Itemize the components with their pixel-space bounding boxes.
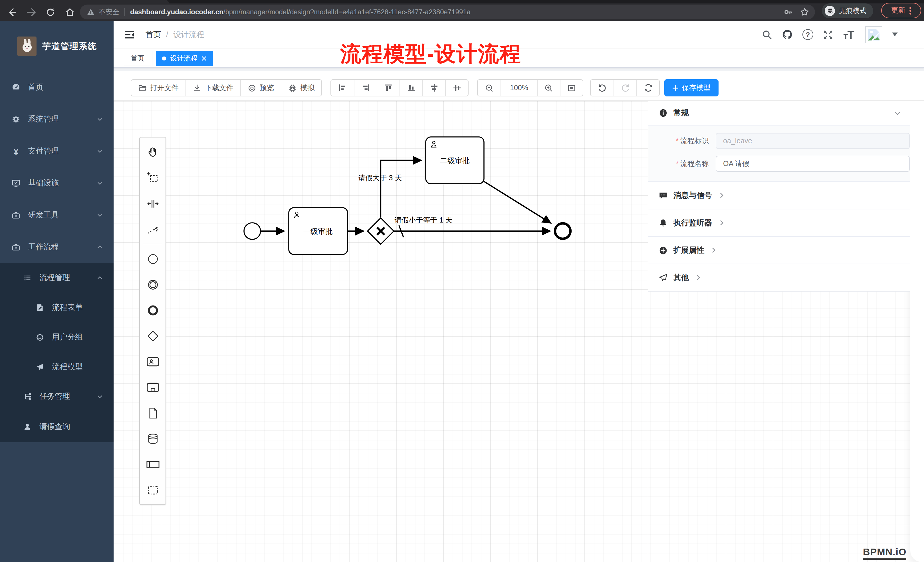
sidebar-collapse-icon[interactable] <box>124 29 135 40</box>
browser-menu-icon[interactable] <box>909 7 911 15</box>
section-general[interactable]: 常规 <box>648 101 910 125</box>
browser-window: 不安全 dashboard.yudao.iocoder.cn/bpm/manag… <box>0 0 924 562</box>
info-icon <box>658 108 668 117</box>
home-icon[interactable] <box>64 7 75 18</box>
tab-close-icon[interactable] <box>201 56 207 61</box>
chevron-down-icon[interactable] <box>894 109 901 117</box>
github-icon[interactable] <box>782 29 793 40</box>
breadcrumb-home[interactable]: 首页 <box>146 29 161 40</box>
sidebar-item-label: 工作流程 <box>28 242 59 252</box>
align-center-vertical-button[interactable] <box>445 80 468 96</box>
security-label[interactable]: 不安全 <box>99 7 119 17</box>
align-top-icon <box>384 84 392 92</box>
sidebar-item-label: 流程管理 <box>39 273 70 283</box>
zoom-out-button[interactable] <box>478 80 501 96</box>
zoom-reset-button[interactable] <box>560 80 583 96</box>
chevron-down-icon <box>96 116 103 123</box>
align-center-v-icon <box>453 84 461 92</box>
search-icon[interactable] <box>762 29 772 40</box>
not-secure-icon <box>87 8 95 16</box>
bpmn-io-watermark[interactable]: BPMN.iO <box>863 547 906 560</box>
open-file-button[interactable]: 打开文件 <box>131 80 186 96</box>
monitor-icon <box>11 178 21 188</box>
sidebar-item-task-mgmt[interactable]: 任务管理 <box>0 382 114 411</box>
flow-gateway-to-task2[interactable] <box>381 160 421 217</box>
browser-active-tab[interactable] <box>0 0 169 3</box>
url-bar[interactable]: 不安全 dashboard.yudao.iocoder.cn/bpm/manag… <box>80 4 815 19</box>
align-left-button[interactable] <box>331 80 354 96</box>
tab-design-process[interactable]: 设计流程 <box>156 51 213 66</box>
save-model-button[interactable]: 保存模型 <box>664 79 718 96</box>
avatar[interactable] <box>865 26 882 43</box>
fullscreen-icon[interactable] <box>823 29 833 40</box>
exclusive-gateway[interactable] <box>368 218 394 244</box>
sidebar-item-process-form[interactable]: 流程表单 <box>0 293 114 322</box>
sidebar-item-devtools[interactable]: 研发工具 <box>0 199 114 231</box>
sidebar-item-process-model[interactable]: 流程模型 <box>0 352 114 382</box>
forward-icon[interactable] <box>25 7 36 18</box>
task-second-approval[interactable]: 二级审批 <box>426 137 484 184</box>
zoom-in-button[interactable] <box>537 80 560 96</box>
align-right-icon <box>362 84 369 92</box>
undo-button[interactable] <box>591 80 614 96</box>
flow-tree-icon <box>23 392 32 401</box>
end-event[interactable] <box>555 223 570 239</box>
sidebar-item-label: 基础设施 <box>28 178 59 188</box>
section-execution-listener[interactable]: 执行监听器 <box>648 209 910 236</box>
browser-update-button[interactable]: 更新 <box>881 3 921 18</box>
bpmn-canvas[interactable]: 一级审批 二级审批 <box>114 100 924 562</box>
sidebar-item-label: 请假查询 <box>39 422 70 432</box>
refresh-button[interactable] <box>636 80 659 96</box>
section-message-signal[interactable]: 消息与信号 <box>648 181 910 209</box>
toolbox-icon <box>11 211 21 220</box>
preview-button[interactable]: 预览 <box>240 80 281 96</box>
password-key-icon[interactable] <box>784 7 793 16</box>
chip-icon <box>288 84 297 92</box>
incognito-label: 无痕模式 <box>839 6 866 16</box>
help-icon[interactable]: ? <box>802 29 813 40</box>
sidebar-item-leave-query[interactable]: 请假查询 <box>0 411 114 442</box>
chevron-down-icon <box>96 148 103 154</box>
align-bottom-button[interactable] <box>399 80 422 96</box>
section-title: 扩展属性 <box>674 245 704 255</box>
sidebar-item-payment[interactable]: ¥ 支付管理 <box>0 135 114 167</box>
flow-label-gt3[interactable]: 请假大于 3 天 <box>358 174 402 182</box>
properties-panel: 常规 *流程标识 *流程名称 <box>648 101 910 292</box>
sidebar-item-system[interactable]: 系统管理 <box>0 103 114 135</box>
folder-open-icon <box>138 84 147 92</box>
avatar-caret-icon[interactable] <box>892 33 898 36</box>
sidebar-item-label: 任务管理 <box>39 391 70 402</box>
sidebar-item-workflow[interactable]: 工作流程 <box>0 231 114 263</box>
align-right-button[interactable] <box>354 80 376 96</box>
field-process-key: *流程标识 <box>648 133 910 149</box>
process-name-input[interactable] <box>716 156 910 172</box>
redo-icon <box>621 83 630 93</box>
sidebar-item-process-mgmt[interactable]: 流程管理 <box>0 263 114 293</box>
download-file-button[interactable]: 下载文件 <box>186 80 240 96</box>
bell-icon <box>658 218 668 227</box>
align-top-button[interactable] <box>376 80 399 96</box>
update-label[interactable]: 更新 <box>891 6 906 15</box>
section-other[interactable]: 其他 <box>648 264 910 291</box>
section-extended-properties[interactable]: 扩展属性 <box>648 236 910 264</box>
process-key-input[interactable] <box>716 133 910 149</box>
flow-task2-to-end[interactable] <box>484 181 551 223</box>
flow-label-le1[interactable]: 请假小于等于 1 天 <box>394 216 453 224</box>
start-event[interactable] <box>244 223 261 239</box>
task-first-approval[interactable]: 一级审批 <box>289 208 348 255</box>
sidebar-item-user-group[interactable]: 用户分组 <box>0 322 114 352</box>
url-host: dashboard.yudao.iocoder.cn <box>130 8 224 16</box>
tab-home[interactable]: 首页 <box>123 51 152 66</box>
font-size-icon[interactable] <box>843 29 855 40</box>
sidebar-item-home[interactable]: 首页 <box>0 71 114 103</box>
align-center-horizontal-button[interactable] <box>422 80 445 96</box>
field-process-name: *流程名称 <box>648 156 910 172</box>
align-bottom-icon <box>407 84 415 92</box>
sidebar-item-infra[interactable]: 基础设施 <box>0 167 114 199</box>
back-icon[interactable] <box>6 7 17 18</box>
redo-button[interactable] <box>614 80 636 96</box>
chevron-up-icon <box>96 274 103 281</box>
bookmark-star-icon[interactable] <box>800 7 809 16</box>
simulate-button[interactable]: 模拟 <box>281 80 321 96</box>
reload-icon[interactable] <box>45 7 56 18</box>
